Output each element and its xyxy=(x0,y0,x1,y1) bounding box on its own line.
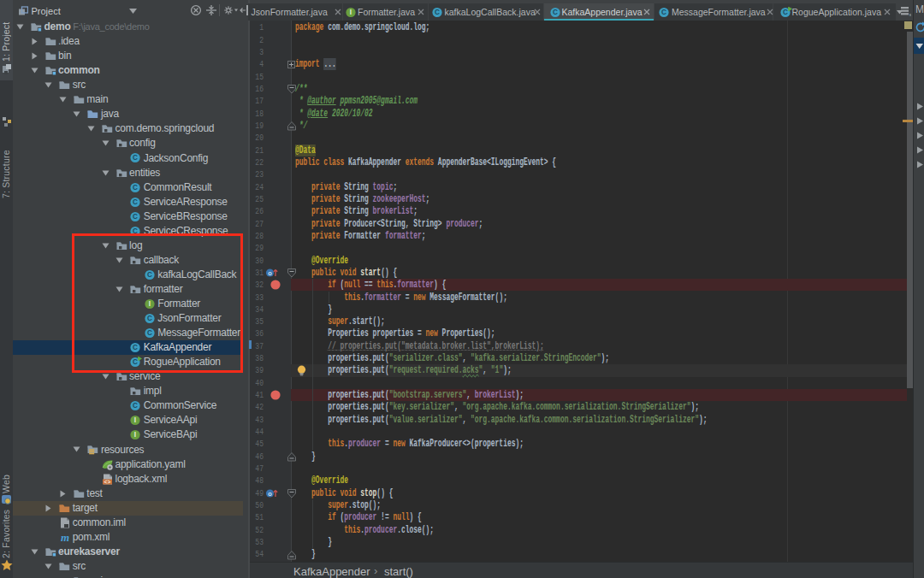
svg-text:C: C xyxy=(783,9,788,16)
svg-text:I: I xyxy=(134,432,136,439)
svg-text:C: C xyxy=(133,403,138,410)
svg-text:I: I xyxy=(134,417,136,425)
svg-text:m: m xyxy=(61,532,69,543)
svg-text:C: C xyxy=(133,198,138,206)
svg-text:C: C xyxy=(133,184,138,192)
svg-text:C: C xyxy=(553,9,558,16)
svg-text:C: C xyxy=(435,9,440,16)
svg-text:o: o xyxy=(268,490,272,498)
svg-text:s: s xyxy=(909,12,912,16)
svg-text:I: I xyxy=(349,9,351,16)
svg-text:C: C xyxy=(661,9,666,16)
svg-text:o: o xyxy=(268,269,272,277)
svg-text:<>: <> xyxy=(104,479,111,484)
svg-text:C: C xyxy=(133,213,138,221)
svg-text:C: C xyxy=(133,155,138,162)
